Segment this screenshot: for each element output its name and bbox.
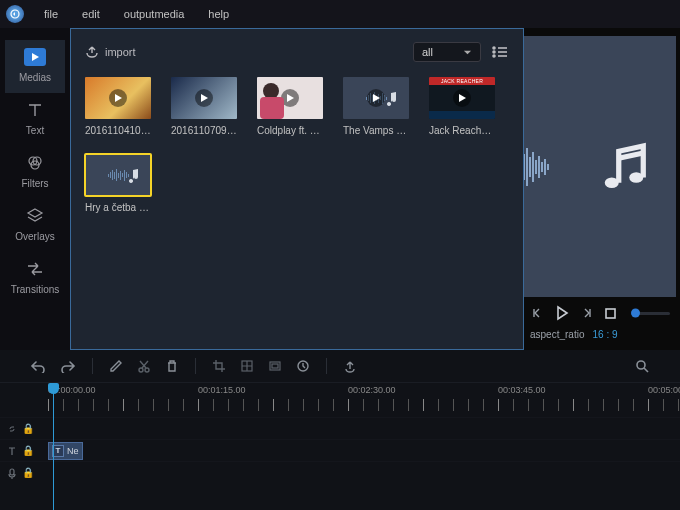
menu-edit[interactable]: edit (72, 4, 110, 24)
media-grid: 20161104100… 20161107092… Coldplay ft. C… (85, 77, 509, 213)
stop-button[interactable] (604, 307, 617, 320)
media-panel: import all 20161104100… 20161107092… (70, 28, 524, 350)
music-note-icon (596, 139, 652, 195)
media-thumbnail-selected (85, 154, 151, 196)
media-item[interactable]: 20161104100… (85, 77, 151, 136)
sidebar-label: Text (26, 125, 44, 136)
play-button[interactable] (554, 305, 570, 321)
play-overlay-icon (109, 89, 127, 107)
svg-rect-9 (606, 309, 615, 318)
media-thumbnail (85, 77, 151, 119)
aspect-ratio-label: aspect_ratio (530, 329, 584, 340)
sidebar-label: Medias (19, 72, 51, 83)
playhead-line (53, 393, 54, 510)
overlays-icon (25, 207, 45, 225)
import-button[interactable]: import (85, 45, 136, 59)
freeze-button[interactable] (268, 359, 282, 373)
clip-label: Ne (67, 446, 79, 456)
import-icon (85, 45, 99, 59)
duration-button[interactable] (296, 359, 310, 373)
prev-frame-button[interactable] (530, 306, 544, 320)
track-row-video[interactable]: 🔒 (0, 417, 680, 439)
aspect-ratio-value[interactable]: 16 : 9 (592, 329, 617, 340)
media-item[interactable]: The Vamps -… (343, 77, 409, 136)
ruler-tick: 00:01:15.00 (198, 385, 348, 395)
lock-icon[interactable]: 🔒 (22, 467, 34, 478)
svg-point-10 (139, 368, 143, 372)
ruler-tick: 00:05:00.00 (648, 385, 680, 395)
seek-bar[interactable] (633, 312, 670, 315)
edit-button[interactable] (109, 359, 123, 373)
preview-canvas (524, 36, 676, 297)
sidebar: Medias Text Filters Overlays Transitions (0, 28, 70, 350)
media-filter-dropdown[interactable]: all (413, 42, 481, 62)
seek-handle[interactable] (631, 309, 640, 318)
list-view-icon[interactable] (491, 45, 509, 59)
media-label: Coldplay ft. C… (257, 125, 323, 136)
sidebar-label: Filters (21, 178, 48, 189)
svg-point-4 (493, 47, 495, 49)
media-thumbnail: JACK REACHER (429, 77, 495, 119)
sidebar-label: Transitions (11, 284, 60, 295)
media-item[interactable]: Hry a četba (… (85, 154, 151, 213)
lock-icon[interactable]: 🔒 (22, 423, 34, 434)
ruler-tick: 00:03:45.00 (498, 385, 648, 395)
media-label: 20161107092… (171, 125, 237, 136)
timeline-ruler[interactable]: 00:00:00.00 00:01:15.00 00:02:30.00 00:0… (42, 383, 680, 417)
svg-point-11 (145, 368, 149, 372)
music-note-icon (383, 90, 399, 106)
media-item[interactable]: 20161107092… (171, 77, 237, 136)
crop-button[interactable] (212, 359, 226, 373)
filters-icon (25, 154, 45, 172)
track-row-audio[interactable]: 🔒 (0, 461, 680, 483)
lock-icon[interactable]: 🔒 (22, 445, 34, 456)
cut-button[interactable] (137, 359, 151, 373)
export-button[interactable] (343, 359, 357, 373)
media-label: Jack Reacher… (429, 125, 495, 136)
menu-outputmedia[interactable]: outputmedia (114, 4, 195, 24)
play-overlay-icon (367, 89, 385, 107)
text-track-icon (6, 445, 18, 457)
preview-area: aspect_ratio 16 : 9 (524, 28, 680, 350)
media-label: The Vamps -… (343, 125, 409, 136)
svg-rect-17 (10, 469, 14, 475)
tracks: 🔒 🔒 T Ne 🔒 (0, 417, 680, 483)
menu-file[interactable]: file (34, 4, 68, 24)
media-thumbnail (171, 77, 237, 119)
play-overlay-icon (281, 89, 299, 107)
dropdown-value: all (422, 46, 433, 58)
ruler-tick: 00:00:00.00 (48, 385, 198, 395)
sidebar-tab-transitions[interactable]: Transitions (5, 252, 65, 305)
track-row-text[interactable]: 🔒 T Ne (0, 439, 680, 461)
transitions-icon (25, 260, 45, 278)
media-label: 20161104100… (85, 125, 151, 136)
import-label: import (105, 46, 136, 58)
link-icon (6, 423, 18, 435)
sidebar-tab-text[interactable]: Text (5, 93, 65, 146)
sidebar-tab-overlays[interactable]: Overlays (5, 199, 65, 252)
menu-help[interactable]: help (198, 4, 239, 24)
media-thumbnail (257, 77, 323, 119)
music-note-icon (125, 167, 141, 183)
svg-point-6 (493, 55, 495, 57)
media-item[interactable]: JACK REACHER Jack Reacher… (429, 77, 495, 136)
sidebar-tab-filters[interactable]: Filters (5, 146, 65, 199)
media-item[interactable]: Coldplay ft. C… (257, 77, 323, 136)
chevron-down-icon (463, 48, 472, 57)
ruler-tick: 00:02:30.00 (348, 385, 498, 395)
delete-button[interactable] (165, 359, 179, 373)
zoom-button[interactable] (634, 358, 650, 374)
transport-controls (524, 297, 676, 325)
redo-button[interactable] (60, 359, 76, 373)
mosaic-button[interactable] (240, 359, 254, 373)
timeline: 00:00:00.00 00:01:15.00 00:02:30.00 00:0… (0, 350, 680, 510)
mic-track-icon (6, 467, 18, 479)
play-overlay-icon (195, 89, 213, 107)
play-overlay-icon (453, 89, 471, 107)
next-frame-button[interactable] (580, 306, 594, 320)
svg-point-5 (493, 51, 495, 53)
app-logo (6, 5, 24, 23)
undo-button[interactable] (30, 359, 46, 373)
media-thumbnail (343, 77, 409, 119)
sidebar-tab-medias[interactable]: Medias (5, 40, 65, 93)
